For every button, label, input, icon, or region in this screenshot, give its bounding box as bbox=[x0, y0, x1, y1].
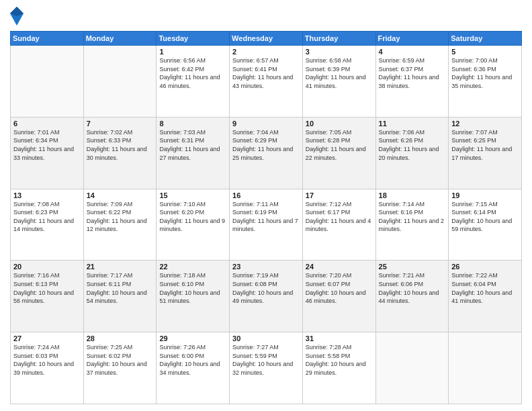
day-number: 31 bbox=[306, 334, 373, 342]
day-info: Sunrise: 7:26 AMSunset: 6:00 PMDaylight:… bbox=[159, 343, 226, 377]
calendar-cell bbox=[449, 332, 522, 404]
day-info: Sunrise: 7:25 AMSunset: 6:02 PMDaylight:… bbox=[87, 343, 154, 377]
week-row-4: 20Sunrise: 7:16 AMSunset: 6:13 PMDayligh… bbox=[11, 261, 522, 332]
col-header-thursday: Thursday bbox=[302, 32, 375, 46]
calendar-cell: 27Sunrise: 7:24 AMSunset: 6:03 PMDayligh… bbox=[11, 332, 84, 404]
day-info: Sunrise: 6:56 AMSunset: 6:42 PMDaylight:… bbox=[159, 56, 226, 90]
calendar-cell: 19Sunrise: 7:15 AMSunset: 6:14 PMDayligh… bbox=[449, 189, 522, 261]
day-number: 22 bbox=[159, 263, 226, 271]
col-header-wednesday: Wednesday bbox=[230, 32, 303, 46]
day-info: Sunrise: 7:03 AMSunset: 6:31 PMDaylight:… bbox=[159, 128, 226, 162]
day-info: Sunrise: 7:16 AMSunset: 6:13 PMDaylight:… bbox=[13, 271, 81, 305]
calendar-cell: 15Sunrise: 7:10 AMSunset: 6:20 PMDayligh… bbox=[157, 189, 230, 261]
calendar-cell bbox=[11, 46, 84, 118]
day-number: 3 bbox=[306, 48, 373, 56]
calendar-cell bbox=[83, 46, 157, 118]
day-info: Sunrise: 7:28 AMSunset: 5:58 PMDaylight:… bbox=[306, 343, 373, 377]
page: SundayMondayTuesdayWednesdayThursdayFrid… bbox=[0, 0, 532, 411]
calendar-cell: 24Sunrise: 7:20 AMSunset: 6:07 PMDayligh… bbox=[302, 261, 375, 332]
week-row-1: 1Sunrise: 6:56 AMSunset: 6:42 PMDaylight… bbox=[11, 46, 522, 118]
day-info: Sunrise: 7:24 AMSunset: 6:03 PMDaylight:… bbox=[13, 343, 81, 377]
day-info: Sunrise: 7:11 AMSunset: 6:19 PMDaylight:… bbox=[232, 200, 300, 234]
calendar-cell: 10Sunrise: 7:05 AMSunset: 6:28 PMDayligh… bbox=[302, 117, 375, 189]
calendar-cell: 17Sunrise: 7:12 AMSunset: 6:17 PMDayligh… bbox=[302, 189, 375, 261]
day-number: 23 bbox=[232, 263, 300, 271]
day-info: Sunrise: 6:58 AMSunset: 6:39 PMDaylight:… bbox=[306, 56, 373, 90]
day-number: 24 bbox=[306, 263, 373, 271]
calendar-cell: 12Sunrise: 7:07 AMSunset: 6:25 PMDayligh… bbox=[449, 117, 522, 189]
calendar-cell: 31Sunrise: 7:28 AMSunset: 5:58 PMDayligh… bbox=[302, 332, 375, 404]
calendar-cell: 20Sunrise: 7:16 AMSunset: 6:13 PMDayligh… bbox=[11, 261, 84, 332]
col-header-tuesday: Tuesday bbox=[157, 32, 230, 46]
header-row: SundayMondayTuesdayWednesdayThursdayFrid… bbox=[11, 32, 522, 46]
day-number: 28 bbox=[87, 334, 154, 342]
day-info: Sunrise: 7:04 AMSunset: 6:29 PMDaylight:… bbox=[232, 128, 300, 162]
col-header-sunday: Sunday bbox=[11, 32, 84, 46]
day-number: 15 bbox=[159, 191, 226, 199]
day-info: Sunrise: 7:18 AMSunset: 6:10 PMDaylight:… bbox=[159, 271, 226, 305]
calendar-cell bbox=[375, 332, 449, 404]
day-info: Sunrise: 7:14 AMSunset: 6:16 PMDaylight:… bbox=[379, 200, 446, 234]
col-header-friday: Friday bbox=[375, 32, 449, 46]
day-info: Sunrise: 7:17 AMSunset: 6:11 PMDaylight:… bbox=[87, 271, 154, 305]
day-number: 1 bbox=[159, 48, 226, 56]
calendar-cell: 5Sunrise: 7:00 AMSunset: 6:36 PMDaylight… bbox=[449, 46, 522, 118]
calendar-cell: 8Sunrise: 7:03 AMSunset: 6:31 PMDaylight… bbox=[157, 117, 230, 189]
calendar-cell: 21Sunrise: 7:17 AMSunset: 6:11 PMDayligh… bbox=[83, 261, 157, 332]
day-number: 17 bbox=[306, 191, 373, 199]
calendar-cell: 23Sunrise: 7:19 AMSunset: 6:08 PMDayligh… bbox=[230, 261, 303, 332]
calendar-cell: 28Sunrise: 7:25 AMSunset: 6:02 PMDayligh… bbox=[83, 332, 157, 404]
day-number: 10 bbox=[306, 120, 373, 128]
header bbox=[10, 7, 522, 26]
calendar-cell: 14Sunrise: 7:09 AMSunset: 6:22 PMDayligh… bbox=[83, 189, 157, 261]
day-info: Sunrise: 7:05 AMSunset: 6:28 PMDaylight:… bbox=[306, 128, 373, 162]
day-number: 16 bbox=[232, 191, 300, 199]
logo-icon bbox=[10, 7, 24, 26]
day-number: 26 bbox=[451, 263, 519, 271]
day-number: 21 bbox=[87, 263, 154, 271]
calendar-cell: 9Sunrise: 7:04 AMSunset: 6:29 PMDaylight… bbox=[230, 117, 303, 189]
day-info: Sunrise: 6:59 AMSunset: 6:37 PMDaylight:… bbox=[379, 56, 446, 90]
calendar-cell: 11Sunrise: 7:06 AMSunset: 6:26 PMDayligh… bbox=[375, 117, 449, 189]
day-info: Sunrise: 6:57 AMSunset: 6:41 PMDaylight:… bbox=[232, 56, 300, 90]
calendar-cell: 29Sunrise: 7:26 AMSunset: 6:00 PMDayligh… bbox=[157, 332, 230, 404]
day-number: 4 bbox=[379, 48, 446, 56]
day-number: 27 bbox=[13, 334, 81, 342]
calendar-cell: 13Sunrise: 7:08 AMSunset: 6:23 PMDayligh… bbox=[11, 189, 84, 261]
day-info: Sunrise: 7:10 AMSunset: 6:20 PMDaylight:… bbox=[159, 200, 226, 234]
week-row-2: 6Sunrise: 7:01 AMSunset: 6:34 PMDaylight… bbox=[11, 117, 522, 189]
calendar-cell: 6Sunrise: 7:01 AMSunset: 6:34 PMDaylight… bbox=[11, 117, 84, 189]
day-info: Sunrise: 7:09 AMSunset: 6:22 PMDaylight:… bbox=[87, 200, 154, 234]
day-number: 19 bbox=[451, 191, 519, 199]
calendar-cell: 25Sunrise: 7:21 AMSunset: 6:06 PMDayligh… bbox=[375, 261, 449, 332]
calendar-cell: 7Sunrise: 7:02 AMSunset: 6:33 PMDaylight… bbox=[83, 117, 157, 189]
day-info: Sunrise: 7:07 AMSunset: 6:25 PMDaylight:… bbox=[451, 128, 519, 162]
calendar-cell: 30Sunrise: 7:27 AMSunset: 5:59 PMDayligh… bbox=[230, 332, 303, 404]
day-info: Sunrise: 7:01 AMSunset: 6:34 PMDaylight:… bbox=[13, 128, 81, 162]
day-info: Sunrise: 7:02 AMSunset: 6:33 PMDaylight:… bbox=[87, 128, 154, 162]
day-number: 20 bbox=[13, 263, 81, 271]
day-info: Sunrise: 7:06 AMSunset: 6:26 PMDaylight:… bbox=[379, 128, 446, 162]
calendar-cell: 16Sunrise: 7:11 AMSunset: 6:19 PMDayligh… bbox=[230, 189, 303, 261]
col-header-saturday: Saturday bbox=[449, 32, 522, 46]
calendar-cell: 3Sunrise: 6:58 AMSunset: 6:39 PMDaylight… bbox=[302, 46, 375, 118]
day-number: 2 bbox=[232, 48, 300, 56]
calendar-cell: 18Sunrise: 7:14 AMSunset: 6:16 PMDayligh… bbox=[375, 189, 449, 261]
week-row-3: 13Sunrise: 7:08 AMSunset: 6:23 PMDayligh… bbox=[11, 189, 522, 261]
day-number: 12 bbox=[451, 120, 519, 128]
day-number: 5 bbox=[451, 48, 519, 56]
col-header-monday: Monday bbox=[83, 32, 157, 46]
day-info: Sunrise: 7:15 AMSunset: 6:14 PMDaylight:… bbox=[451, 200, 519, 234]
day-info: Sunrise: 7:27 AMSunset: 5:59 PMDaylight:… bbox=[232, 343, 300, 377]
day-number: 11 bbox=[379, 120, 446, 128]
calendar-cell: 26Sunrise: 7:22 AMSunset: 6:04 PMDayligh… bbox=[449, 261, 522, 332]
day-number: 14 bbox=[87, 191, 154, 199]
day-number: 13 bbox=[13, 191, 81, 199]
day-info: Sunrise: 7:22 AMSunset: 6:04 PMDaylight:… bbox=[451, 271, 519, 305]
day-number: 18 bbox=[379, 191, 446, 199]
day-number: 6 bbox=[13, 120, 81, 128]
day-number: 7 bbox=[87, 120, 154, 128]
day-info: Sunrise: 7:20 AMSunset: 6:07 PMDaylight:… bbox=[306, 271, 373, 305]
day-info: Sunrise: 7:00 AMSunset: 6:36 PMDaylight:… bbox=[451, 56, 519, 90]
day-info: Sunrise: 7:19 AMSunset: 6:08 PMDaylight:… bbox=[232, 271, 300, 305]
